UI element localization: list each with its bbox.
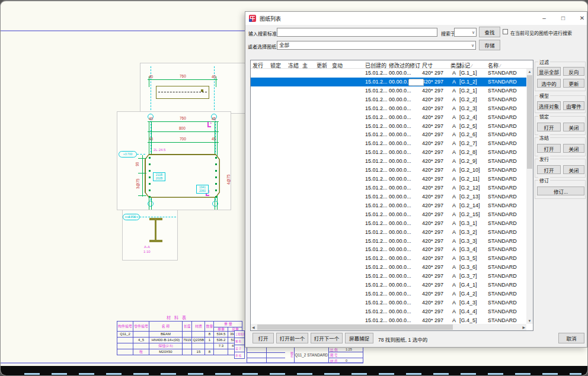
drawing-row[interactable]: 15.01.2...00.00.0...420* 297A[G.4_1]STAN… <box>251 281 526 290</box>
application-window: 40 760 40 40 760 45 800 45 700 45 <box>0 0 588 376</box>
lock-off-button[interactable]: 关闭 <box>563 123 584 131</box>
beam-plan-outline <box>156 86 209 99</box>
open-button[interactable]: 打开 <box>253 333 274 343</box>
drawing-row[interactable]: 15.01.2...00.00.0...420* 297A[G.4_4]STAN… <box>251 307 526 316</box>
sheet-frame-top-line <box>1 30 245 31</box>
freeze-off-button[interactable]: 关闭 <box>563 144 584 153</box>
issue-on-button[interactable]: 打开 <box>537 165 561 174</box>
dim-text: 3@75 <box>136 179 140 189</box>
drawing-row[interactable]: 15.01.2...00.00.0...420* 297A[G.1_2]STAN… <box>251 78 526 86</box>
name-block-vertical-label: 图名 <box>285 347 295 362</box>
open-next-button[interactable]: 打开下一个 <box>311 333 343 343</box>
drawing-row[interactable]: 15.01.2...00.00.0...420* 297A[G.2_11]STA… <box>251 175 526 184</box>
ibeam-bottom-flange <box>149 240 162 242</box>
revision-button[interactable]: 修订... <box>537 187 584 195</box>
bolt-tag-left: 211B 202B <box>153 172 165 181</box>
search-in-combobox[interactable]: ∨ <box>454 28 477 37</box>
preset-combobox[interactable]: 全部∨ <box>277 41 476 50</box>
chevron-down-icon: ∨ <box>471 41 474 49</box>
horizontal-scrollbar[interactable]: ◀ ▶ <box>251 324 526 330</box>
drawing-row[interactable]: 15.01.2...00.00.0...420* 297A[G.2_1]STAN… <box>251 86 526 95</box>
minimize-button[interactable]: – <box>537 12 551 25</box>
dim-text: 40 <box>212 75 216 79</box>
drawing-row[interactable]: 15.01.2...00.00.0...420* 297A[G.4_5]STAN… <box>251 316 526 324</box>
dialog-title: 图纸列表 <box>260 15 281 23</box>
drawing-row[interactable]: 15.01.2...00.00.0...420* 297A[G.2_3]STAN… <box>251 104 526 113</box>
issue-off-button[interactable]: 关闭 <box>563 165 584 174</box>
elevation-label: +3.700 <box>123 214 140 220</box>
update-button[interactable]: 更新 <box>563 79 584 88</box>
drawing-row[interactable]: 15.01.2...00.00.0...420* 297A[G.2_5]STAN… <box>251 122 526 131</box>
selected-button[interactable]: 选中的 <box>537 79 561 88</box>
vertical-scroll-thumb[interactable] <box>527 75 532 169</box>
scroll-left-icon[interactable]: ◀ <box>252 325 255 329</box>
side-box: 工程名称图 名设 计审 核 <box>234 330 245 359</box>
drawing-row[interactable]: 15.01.2...00.00.0...420* 297A[G.2_13]STA… <box>251 192 526 201</box>
drawing-row[interactable]: 15.01.2...00.00.0...420* 297A[G.2_4]STAN… <box>251 113 526 122</box>
drawing-row[interactable]: 15.01.2...00.00.0...420* 297A[G.2_15]STA… <box>251 210 526 219</box>
dimension-line <box>148 142 219 143</box>
maximize-button[interactable]: □ <box>556 12 570 25</box>
list-header: 发行锁定冻结主更新变动已创建的修改过的修订尺寸类型标记 ∕名称 ∕标 <box>251 60 533 69</box>
vertical-scrollbar[interactable]: ▲ ▼ <box>526 69 533 324</box>
scroll-up-icon[interactable]: ▲ <box>526 70 533 73</box>
dim-text: 45 <box>212 117 216 121</box>
open-previous-button[interactable]: 打开前一个 <box>276 333 308 343</box>
dimension-line <box>148 131 219 132</box>
drawing-row[interactable]: 15.01.2...00.00.0...420* 297A[G.2_6]STAN… <box>251 130 526 139</box>
scroll-down-icon[interactable]: ▼ <box>526 319 533 323</box>
select-objects-button[interactable]: 选择对象 <box>537 101 561 110</box>
drawing-row[interactable]: 15.01.2...00.00.0...420* 297A[G.2_10]STA… <box>251 166 526 175</box>
drawing-row[interactable]: 15.01.2...00.00.0...420* 297A[G.1_1]STAN… <box>251 69 526 78</box>
drawing-row[interactable]: 15.01.2...00.00.0...420* 297A[G.4_2]STAN… <box>251 290 526 298</box>
drawing-row[interactable]: 15.01.2...00.00.0...420* 297A[G.2_14]STA… <box>251 201 526 210</box>
filter-group: 过滤 显示全部 反向 选中的 更新 <box>535 62 586 91</box>
drawing-row[interactable]: 15.01.2...00.00.0...420* 297A[G.4_3]STAN… <box>251 298 526 307</box>
elevation-label: +3.700 <box>119 151 137 158</box>
drawing-row[interactable]: 15.01.2...00.00.0...420* 297A[G.3_5]STAN… <box>251 254 526 263</box>
drawing-row[interactable]: 15.01.2...00.00.0...420* 297A[G.3_3]STAN… <box>251 237 526 246</box>
lock-on-button[interactable]: 打开 <box>537 123 561 131</box>
revision-edit-cell[interactable] <box>408 79 424 86</box>
drawing-row[interactable]: 15.01.2...00.00.0...420* 297A[G.3_7]STAN… <box>251 272 526 281</box>
dim-text: 45 <box>212 137 216 142</box>
bolt-tag-right: 1941 2060 <box>196 185 209 194</box>
search-in-label: 搜索于 <box>441 30 455 37</box>
drawing-row[interactable]: 15.01.2...00.00.0...420* 297A[G.2_8]STAN… <box>251 148 526 157</box>
invert-button[interactable]: 反向 <box>563 67 584 76</box>
find-button[interactable]: 查找 <box>479 27 500 37</box>
dim-text: 40 <box>149 75 153 79</box>
scroll-right-icon[interactable]: ▶ <box>522 325 525 329</box>
cancel-button[interactable]: 取消 <box>558 333 584 343</box>
drawing-list-icon <box>249 15 256 22</box>
section-mark-icon: 1 <box>207 122 211 127</box>
drawing-list-body: 15.01.2...00.00.0...420* 297A[G.1_1]STAN… <box>251 69 526 324</box>
drawing-row[interactable]: 15.01.2...00.00.0...420* 297A[G.3_1]STAN… <box>251 219 526 228</box>
horizontal-scroll-thumb[interactable] <box>257 324 453 330</box>
dialog-titlebar[interactable]: 图纸列表 – □ ✕ <box>245 12 587 25</box>
grid-line <box>214 66 215 116</box>
save-button[interactable]: 存储 <box>479 40 500 50</box>
drawing-row[interactable]: 15.01.2...00.00.0...420* 297A[G.3_6]STAN… <box>251 263 526 272</box>
drawing-row[interactable]: 15.01.2...00.00.0...420* 297A[G.2_12]STA… <box>251 184 526 192</box>
drawing-row[interactable]: 15.01.2...00.00.0...420* 297A[G.3_2]STAN… <box>251 228 526 237</box>
close-button[interactable]: ✕ <box>575 12 588 25</box>
freeze-on-button[interactable]: 打开 <box>537 144 561 153</box>
by-parts-button[interactable]: 由零件 <box>563 101 584 110</box>
search-input[interactable] <box>277 28 437 37</box>
weld-mark <box>201 89 203 92</box>
drawing-list-dialog: 图纸列表 – □ ✕ 输入搜索标准: 搜索于 ∨ 查找 在当前可见的图纸中进行搜… <box>245 11 587 348</box>
dim-text: 800 <box>179 127 186 131</box>
drawing-row[interactable]: 15.01.2...00.00.0...420* 297A[G.2_7]STAN… <box>251 139 526 148</box>
drawing-row[interactable]: 15.01.2...00.00.0...420* 297A[G.2_9]STAN… <box>251 157 526 166</box>
dim-text: 760 <box>180 75 186 79</box>
drawing-row[interactable]: 15.01.2...00.00.0...420* 297A[G.2_2]STAN… <box>251 95 526 104</box>
name-block-fields: 比 例1:25图 号材 质0 <box>329 347 363 362</box>
model-group: 模型 选择对象 由零件 <box>535 95 586 113</box>
screen-capture-button[interactable]: 屏幕捕捉 <box>345 333 373 343</box>
dim-text: 90 <box>136 162 140 166</box>
drawing-row[interactable]: 15.01.2...00.00.0...420* 297A[G.3_4]STAN… <box>251 245 526 254</box>
visible-only-checkbox[interactable] <box>503 29 508 34</box>
dim-text: 760 <box>180 117 186 121</box>
show-all-button[interactable]: 显示全部 <box>537 67 561 76</box>
